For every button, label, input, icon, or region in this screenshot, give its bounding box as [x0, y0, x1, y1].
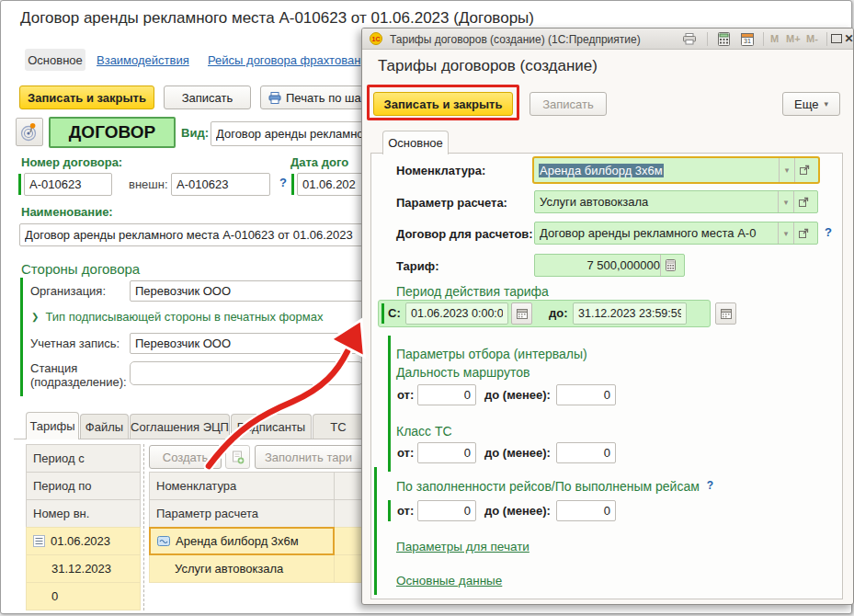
vehicle-class-to-value: 0: [562, 446, 610, 460]
route-distance-to-value: 0: [562, 388, 610, 402]
ext-number-field[interactable]: А-010623: [171, 173, 270, 196]
calendar-picker-icon[interactable]: [511, 302, 532, 325]
tab-vzaimodeystviya[interactable]: Взаимодействия: [97, 53, 189, 67]
tab-osnovnoe[interactable]: Основное: [25, 49, 85, 71]
vehicle-class-from-field[interactable]: 0: [417, 442, 476, 463]
tab-fayly-label: Файлы: [85, 420, 123, 434]
trip-fill-help-icon[interactable]: ?: [707, 479, 713, 492]
tariff-field[interactable]: 7 500,000000: [534, 254, 685, 277]
kind-field[interactable]: Договор аренды рекламного ме: [211, 121, 367, 146]
open-icon[interactable]: [793, 222, 813, 244]
tab-tarify[interactable]: Тарифы: [26, 412, 79, 439]
calendar-icon[interactable]: 31: [737, 31, 757, 47]
calendar-picker-icon[interactable]: [715, 302, 736, 325]
tab-soglasheniya-label: Соглашения ЭЦП: [131, 420, 229, 434]
period-from-label: С:: [388, 306, 401, 320]
open-icon[interactable]: [793, 191, 813, 212]
calc-param-field-value: Услуги автовокзала: [540, 195, 778, 209]
memory-mminus-button[interactable]: M-: [806, 33, 818, 44]
tab-reysy-dogovora[interactable]: Рейсы договора фрахтован: [208, 53, 360, 67]
dropdown-icon[interactable]: ▾: [778, 191, 793, 212]
tab-fayly[interactable]: Файлы: [80, 414, 129, 439]
grid-header-extra: [334, 472, 365, 500]
tab-podpisanty[interactable]: Подписанты: [231, 414, 312, 439]
grid-row-nomenclature[interactable]: Аренда билборд 3х6м: [149, 527, 335, 555]
copy-add-icon[interactable]: [225, 445, 250, 469]
route-distance-to-field[interactable]: 0: [556, 384, 616, 405]
number-int-header[interactable]: Номер вн.: [26, 499, 141, 528]
calc-param-field[interactable]: Услуги автовокзала ▾: [534, 190, 818, 213]
fill-tariffs-button[interactable]: Заполнить тари: [255, 445, 365, 469]
dialog-tab-osnovnoe[interactable]: Основное: [382, 131, 449, 154]
dropdown-icon[interactable]: ▾: [778, 222, 793, 244]
more-button[interactable]: Еще ▾: [782, 92, 840, 116]
grid-header-calc-param[interactable]: Параметр расчета: [149, 499, 335, 528]
period-from-value: 01.06.2023: [51, 534, 110, 548]
date-field[interactable]: 01.06.202: [297, 173, 367, 196]
memory-mplus-button[interactable]: M+: [786, 33, 801, 44]
route-distance-from-field[interactable]: 0: [417, 384, 476, 405]
ext-number-label: внешн:: [129, 177, 168, 191]
calculator-icon[interactable]: [713, 31, 734, 47]
number-field[interactable]: А-010623: [24, 173, 112, 196]
nomenclature-field-value: Аренда билборд 3х6м: [539, 164, 779, 177]
period-to-header[interactable]: Период по: [26, 472, 141, 500]
sign-type-link[interactable]: ❯ Тип подписывающей стороны в печатных ф…: [31, 310, 323, 324]
vehicle-class-to-field[interactable]: 0: [556, 442, 616, 463]
table-row-period-to[interactable]: 31.12.2023: [26, 554, 141, 583]
dialog-save-button[interactable]: Записать: [529, 92, 607, 116]
parties-header: Стороны договора: [21, 261, 140, 277]
contract-help-icon[interactable]: ?: [825, 225, 832, 239]
save-button[interactable]: Записать: [164, 86, 251, 109]
station-field[interactable]: [130, 361, 363, 385]
trip-fill-from-field[interactable]: 0: [417, 500, 476, 521]
sign-type-link-label: Тип подписывающей стороны в печатных фор…: [45, 310, 323, 324]
org-field[interactable]: Перевозчик ООО: [130, 280, 363, 302]
contract-field-value: Договор аренды рекламного места А-0: [540, 226, 778, 240]
grid-row-calc-param[interactable]: Услуги автовокзала: [149, 554, 335, 583]
period-to-field[interactable]: 31.12.2023 23:59:59: [573, 302, 687, 325]
calculator-small-icon[interactable]: [660, 255, 679, 276]
close-icon[interactable]: ✕: [843, 31, 854, 46]
number-help-icon[interactable]: ?: [279, 176, 287, 189]
period-to-label: до:: [549, 306, 568, 320]
table-row-period-from[interactable]: 01.06.2023: [26, 527, 141, 555]
dialog-titlebar-title: Тарифы договоров (создание) (1С:Предприя…: [390, 33, 641, 46]
contract-label: Договор для расчетов:: [396, 227, 533, 241]
period-header: Период действия тарифа: [396, 284, 549, 299]
org-field-value: Перевозчик ООО: [135, 284, 358, 298]
account-label: Учетная запись:: [30, 337, 120, 350]
nomenclature-field[interactable]: Аренда билборд 3х6м ▾: [532, 156, 820, 184]
trip-fill-from-value: 0: [423, 504, 471, 518]
trip-fill-to-field[interactable]: 0: [556, 500, 616, 521]
save-close-button[interactable]: Записать и закрыть: [19, 86, 154, 109]
table-row-number-int[interactable]: 0: [26, 582, 141, 610]
tariff-field-value: 7 500,000000: [540, 258, 660, 272]
dialog-save-close-button[interactable]: Записать и закрыть: [373, 92, 513, 116]
period-from-header[interactable]: Период с: [26, 444, 141, 473]
tab-osnovnoe-label: Основное: [28, 53, 83, 67]
grid-row-nomenclature-value: Аренда билборд 3х6м: [176, 534, 299, 548]
open-icon[interactable]: [794, 158, 814, 182]
printer-icon: [268, 92, 281, 104]
station-label-line2: (подразделение):: [30, 375, 127, 389]
account-field[interactable]: Перевозчик ООО: [130, 333, 363, 354]
name-field[interactable]: Договор аренды рекламного места А-010623…: [19, 223, 363, 246]
tab-soglasheniya[interactable]: Соглашения ЭЦП: [130, 414, 230, 439]
dropdown-icon[interactable]: ▾: [779, 158, 794, 182]
print-button[interactable]: Печать по ша: [260, 86, 367, 109]
tab-ts[interactable]: ТС: [313, 414, 364, 439]
print-params-link[interactable]: Параметры для печати: [396, 540, 529, 553]
period-from-field[interactable]: 01.06.2023 0:00:00: [405, 302, 508, 325]
more-button-label: Еще: [794, 97, 818, 111]
maximize-icon[interactable]: [830, 33, 842, 44]
create-button[interactable]: Создать: [149, 445, 222, 469]
memory-m-button[interactable]: M: [770, 33, 779, 44]
screenshot-stage: Договор аренды рекламного места А-010623…: [0, 0, 854, 616]
date-field-value: 01.06.202: [302, 177, 361, 191]
print-titlebar-icon[interactable]: [678, 31, 700, 47]
contract-field[interactable]: Договор аренды рекламного места А-0 ▾: [534, 222, 818, 245]
table-splitter[interactable]: [143, 444, 144, 610]
grid-header-nomenclature[interactable]: Номенклатура: [149, 472, 335, 500]
main-data-link[interactable]: Основные данные: [396, 574, 502, 587]
